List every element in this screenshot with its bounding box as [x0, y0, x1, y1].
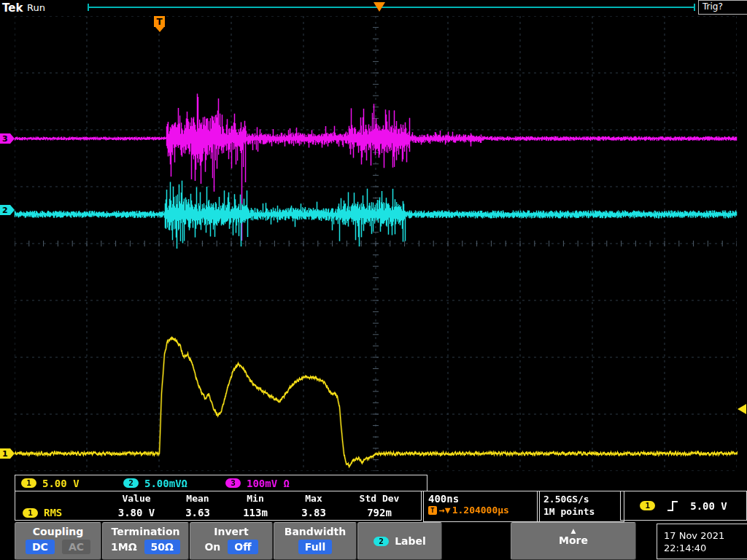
ch3-scale: 100mV Ω [247, 478, 290, 489]
trigger-t-icon: T [428, 506, 437, 515]
meas-mean: 3.63 [169, 507, 227, 518]
more-title: More [511, 534, 635, 546]
coupling-options: DC AC [15, 540, 101, 554]
label-menu-button[interactable]: 2 Label [357, 522, 442, 560]
delay-value: 1.204000µs [452, 505, 509, 516]
coupling-ac-option[interactable]: AC [62, 540, 90, 554]
meas-header-max: Max [284, 493, 344, 504]
time-text: 22:14:40 [664, 542, 747, 553]
meas-header-value: Value [104, 493, 169, 504]
termination-options: 1MΩ 50Ω [103, 540, 188, 554]
rising-edge-icon [667, 499, 678, 513]
termination-50ohm-option[interactable]: 50Ω [144, 540, 180, 554]
trigger-level: 5.00 V [690, 500, 727, 512]
coupling-title: Coupling [15, 526, 101, 537]
bandwidth-menu-button[interactable]: Bandwidth Full [274, 522, 357, 560]
ch1-readout: 1 5.00 V [21, 478, 123, 489]
ch1-scale: 5.00 V [42, 478, 80, 489]
measurement-panel: Value Mean Min Max Std Dev 1 RMS 3.80 V … [15, 491, 422, 521]
invert-menu-button[interactable]: Invert On Off [190, 522, 273, 560]
horizontal-scale: 400ns [428, 493, 539, 505]
meas-ch-badge: 1 [23, 508, 38, 518]
trigger-level-arrow-icon[interactable] [738, 404, 746, 414]
termination-title: Termination [103, 526, 188, 537]
bandwidth-options: Full [274, 540, 356, 554]
ch2-scale: 5.00mVΩ [144, 478, 187, 489]
coupling-dc-option[interactable]: DC [26, 540, 55, 554]
invert-on-option[interactable]: On [204, 541, 220, 553]
ch3-badge: 3 [225, 478, 241, 488]
meas-max: 3.83 [284, 507, 344, 518]
coupling-menu-button[interactable]: Coupling DC AC [15, 522, 101, 560]
label-ch-badge: 2 [374, 537, 389, 546]
trigger-source-badge: 1 [640, 501, 655, 510]
date-text: 17 Nov 2021 [664, 530, 747, 541]
bandwidth-full-option[interactable]: Full [298, 540, 332, 554]
meas-stddev: 792m [344, 507, 415, 518]
delay-arrows-icon: →▼ [439, 505, 451, 516]
invert-title: Invert [190, 526, 272, 537]
trigger-delay-readout: T →▼ 1.204000µs [428, 505, 539, 516]
meas-min: 113m [227, 507, 284, 518]
datetime-panel: 17 Nov 2021 22:14:40 [657, 524, 747, 559]
acquisition-panel: 2.50GS/s 1M points [537, 491, 624, 522]
meas-type: RMS [44, 507, 62, 518]
meas-header-min: Min [227, 493, 284, 504]
termination-menu-button[interactable]: Termination 1MΩ 50Ω [102, 522, 189, 560]
label-title: Label [395, 535, 426, 547]
sample-rate: 2.50GS/s [543, 493, 624, 505]
termination-1mohm-option[interactable]: 1MΩ [111, 541, 137, 553]
record-length: 1M points [543, 505, 624, 518]
bandwidth-title: Bandwidth [274, 526, 356, 537]
meas-header-stddev: Std Dev [344, 493, 415, 504]
ch3-readout: 3 100mV Ω [225, 478, 328, 489]
trigger-point-arrow-icon [155, 27, 164, 32]
more-up-icon: ▲ [511, 528, 635, 534]
more-menu-button[interactable]: ▲ More [511, 522, 636, 560]
meas-value: 3.80 V [104, 507, 169, 518]
ch1-badge: 1 [21, 478, 36, 488]
trigger-readout-panel: 1 5.00 V [620, 491, 747, 521]
meas-source: 1 RMS [15, 507, 104, 518]
trigger-point-flag[interactable]: T [154, 16, 165, 27]
waveform-traces [0, 0, 747, 481]
channel-readouts-panel: 1 5.00 V 2 5.00mVΩ 3 100mV Ω [15, 475, 427, 491]
horizontal-panel: 400ns T →▼ 1.204000µs [423, 491, 540, 522]
invert-options: On Off [190, 540, 272, 554]
ch2-badge: 2 [123, 478, 139, 488]
meas-header-mean: Mean [169, 493, 227, 504]
ch2-readout: 2 5.00mVΩ [123, 478, 225, 489]
oscilloscope-screen: Tek Run Trig? T 3 2 1 1 5.00 V 2 5.00mVΩ… [0, 0, 747, 560]
invert-off-option[interactable]: Off [228, 540, 258, 554]
